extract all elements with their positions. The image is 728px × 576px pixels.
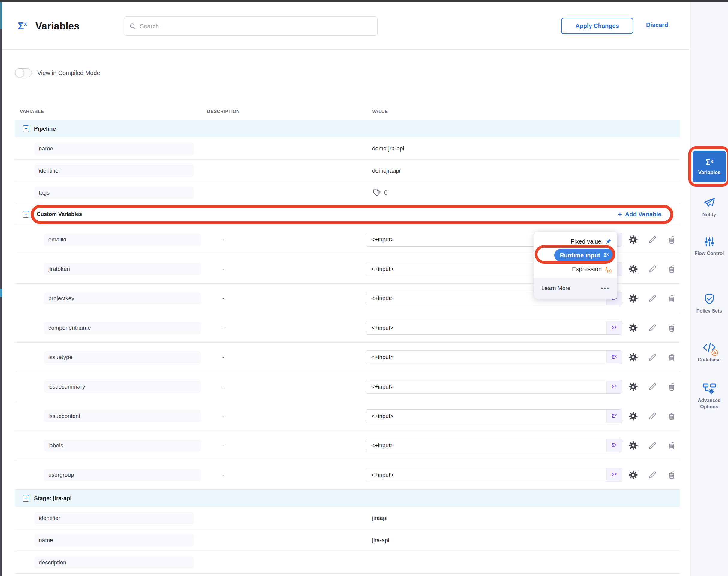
menu-footer: Learn More •••	[534, 278, 617, 299]
add-variable-button[interactable]: + Add Variable	[618, 210, 662, 219]
edit-variable-button[interactable]	[647, 381, 658, 392]
search-icon	[129, 23, 136, 30]
variable-name-label: jiratoken	[44, 263, 201, 275]
value-input[interactable]: <+input>Σˣ	[365, 468, 622, 482]
table-row: labels - <+input>Σˣ	[15, 431, 680, 460]
pencil-icon	[648, 382, 657, 392]
trash-icon	[667, 294, 676, 303]
left-nav-accent-tick	[0, 289, 2, 297]
gear-icon	[628, 440, 638, 451]
variable-value: demo-jra-api	[357, 145, 622, 152]
edit-variable-button[interactable]	[647, 469, 658, 480]
sidebar-item-policy-sets[interactable]: Policy Sets	[690, 293, 728, 314]
variable-description: -	[207, 236, 357, 243]
section-title: Pipeline	[34, 125, 56, 132]
variables-table: VARIABLE DESCRIPTION VALUE − Pipeline na…	[15, 102, 680, 574]
collapse-minus-icon[interactable]: −	[23, 211, 29, 218]
variable-name-label: issuetype	[44, 351, 201, 363]
variable-settings-button[interactable]	[628, 293, 639, 304]
sidebar-item-variables[interactable]: Σˣ Variables	[693, 151, 726, 182]
variable-settings-button[interactable]	[628, 440, 639, 451]
value-input[interactable]: <+input>Σˣ	[365, 439, 622, 452]
variable-name-label: emailid	[44, 234, 201, 246]
delete-variable-button[interactable]	[666, 322, 677, 333]
variable-settings-button[interactable]	[628, 322, 639, 333]
delete-variable-button[interactable]	[666, 234, 677, 245]
variable-name-label: labels	[44, 439, 201, 452]
edit-variable-button[interactable]	[647, 411, 658, 422]
discard-button[interactable]: Discard	[646, 22, 668, 29]
sidebar-item-advanced-options[interactable]: Advanced Options	[690, 383, 728, 410]
variable-description: -	[207, 295, 357, 302]
edit-variable-button[interactable]	[647, 234, 658, 245]
edit-variable-button[interactable]	[647, 264, 658, 275]
toggle-knob	[15, 68, 24, 78]
variable-name-label: description	[34, 556, 194, 569]
more-options-dots[interactable]: •••	[601, 285, 610, 292]
collapse-minus-icon[interactable]: −	[23, 125, 29, 132]
delete-variable-button[interactable]	[666, 264, 677, 275]
variable-settings-button[interactable]	[628, 352, 639, 363]
sliders-icon	[703, 236, 716, 248]
edit-variable-button[interactable]	[647, 440, 658, 451]
warning-badge-icon	[711, 349, 718, 356]
menu-item-runtime-input[interactable]: Runtime input Σˣ	[534, 249, 617, 262]
delete-variable-button[interactable]	[666, 381, 677, 392]
trash-icon	[667, 411, 676, 421]
variable-name-label: identifier	[34, 512, 194, 524]
collapse-minus-icon[interactable]: −	[23, 495, 29, 501]
sidebar-item-codebase[interactable]: Codebase	[690, 342, 728, 363]
search-box[interactable]	[124, 17, 377, 36]
variable-name-label: name	[34, 534, 194, 546]
menu-item-fixed-value[interactable]: Fixed value	[534, 235, 617, 249]
table-row: issuecontent - <+input>Σˣ	[15, 401, 680, 431]
runtime-input-type-icon[interactable]: Σˣ	[606, 351, 622, 364]
sidebar-item-flow-control[interactable]: Flow Control	[690, 236, 728, 257]
variable-settings-button[interactable]	[628, 264, 639, 275]
learn-more-link[interactable]: Learn More	[541, 285, 570, 292]
variable-settings-button[interactable]	[628, 381, 639, 392]
runtime-input-type-icon[interactable]: Σˣ	[606, 439, 622, 452]
runtime-input-sigma-icon: Σˣ	[604, 252, 609, 258]
delete-variable-button[interactable]	[666, 469, 677, 480]
table-row: tags 0	[15, 182, 680, 204]
value-input[interactable]: <+input>Σˣ	[365, 409, 622, 423]
table-row: name jira-api	[15, 529, 680, 551]
edit-variable-button[interactable]	[647, 293, 658, 304]
delete-variable-button[interactable]	[666, 293, 677, 304]
pencil-icon	[648, 352, 657, 362]
variable-settings-button[interactable]	[628, 234, 639, 245]
apply-changes-button[interactable]: Apply Changes	[561, 18, 633, 34]
variable-settings-button[interactable]	[628, 411, 639, 422]
runtime-input-type-icon[interactable]: Σˣ	[606, 321, 622, 335]
gear-icon	[628, 323, 638, 333]
value-input[interactable]: <+input>Σˣ	[365, 321, 622, 335]
delete-variable-button[interactable]	[666, 352, 677, 363]
variable-description: -	[207, 413, 357, 420]
table-row: issuetype - <+input>Σˣ	[15, 343, 680, 372]
runtime-input-type-icon[interactable]: Σˣ	[606, 409, 622, 423]
variable-name-label: identifier	[34, 165, 194, 177]
value-input[interactable]: <+input>Σˣ	[365, 380, 622, 394]
edit-variable-button[interactable]	[647, 322, 658, 333]
delete-variable-button[interactable]	[666, 411, 677, 422]
compiled-mode-row: View in Compiled Mode	[15, 67, 690, 78]
pencil-icon	[648, 470, 657, 480]
menu-item-expression[interactable]: Expression f(x)	[534, 262, 617, 276]
sidebar-item-notify[interactable]: Notify	[690, 197, 728, 218]
column-header-variable: VARIABLE	[15, 109, 207, 114]
search-input[interactable]	[140, 23, 372, 30]
variable-settings-button[interactable]	[628, 469, 639, 480]
variable-description: -	[207, 442, 357, 449]
edit-variable-button[interactable]	[647, 352, 658, 363]
gear-icon	[628, 264, 638, 274]
trash-icon	[667, 235, 676, 244]
value-input[interactable]: <+input>Σˣ	[365, 350, 622, 364]
runtime-input-type-icon[interactable]: Σˣ	[606, 468, 622, 482]
delete-variable-button[interactable]	[666, 440, 677, 451]
runtime-input-type-icon[interactable]: Σˣ	[606, 380, 622, 393]
gear-icon	[628, 235, 638, 245]
gear-icon	[628, 382, 638, 392]
compiled-mode-toggle[interactable]	[15, 68, 32, 78]
variable-name-label: issuesummary	[44, 381, 201, 393]
